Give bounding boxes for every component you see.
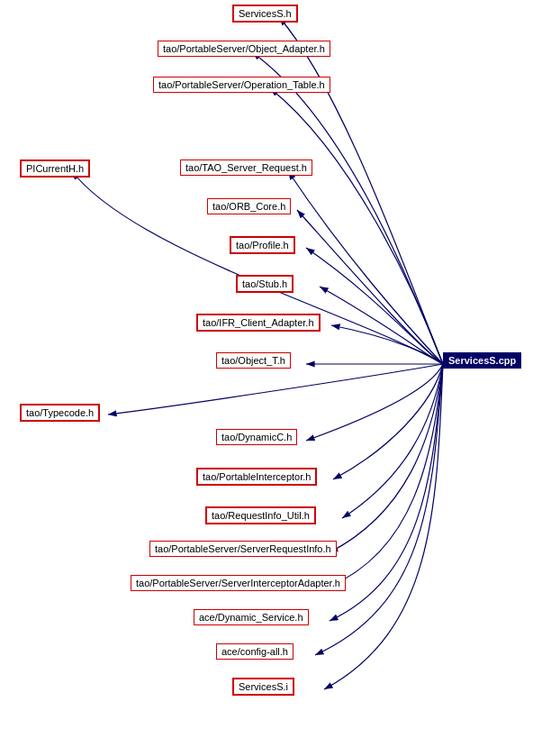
node-ifr-client-adapter: tao/IFR_Client_Adapter.h (196, 314, 321, 332)
node-dynamic-service: ace/Dynamic_Service.h (194, 609, 309, 625)
node-services-s-h: ServicesS.h (232, 5, 298, 23)
node-stub: tao/Stub.h (236, 275, 294, 293)
node-object-t: tao/Object_T.h (216, 352, 291, 369)
node-operation-table: tao/PortableServer/Operation_Table.h (153, 77, 330, 93)
node-services-s-cpp: ServicesS.cpp (443, 352, 521, 369)
node-profile: tao/Profile.h (230, 236, 295, 254)
node-server-interceptor-adapter: tao/PortableServer/ServerInterceptorAdap… (131, 575, 346, 591)
node-pi-current: PICurrentH.h (20, 159, 90, 178)
node-config-all: ace/config-all.h (216, 643, 294, 660)
node-orb-core: tao/ORB_Core.h (207, 198, 291, 214)
node-portable-interceptor: tao/PortableInterceptor.h (196, 468, 317, 486)
node-typecode: tao/Typecode.h (20, 404, 100, 422)
node-request-info-util: tao/RequestInfo_Util.h (205, 506, 316, 524)
dependency-diagram: ServicesS.h tao/PortableServer/Object_Ad… (0, 0, 560, 729)
node-services-s-i: ServicesS.i (232, 678, 294, 696)
node-object-adapter: tao/PortableServer/Object_Adapter.h (158, 41, 330, 57)
node-tao-server-request: tao/TAO_Server_Request.h (180, 159, 312, 176)
node-server-request-info: tao/PortableServer/ServerRequestInfo.h (149, 541, 337, 557)
node-dynamic-c: tao/DynamicC.h (216, 429, 297, 445)
